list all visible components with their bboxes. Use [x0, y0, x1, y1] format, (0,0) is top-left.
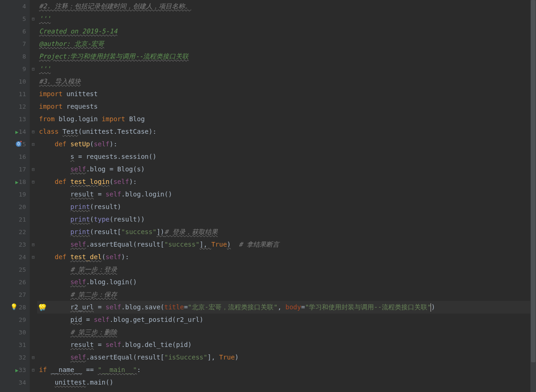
code-line[interactable]: print(result): [37, 201, 530, 213]
code-line[interactable]: from blog.login import Blog: [37, 113, 530, 125]
token: .blog.get_postid(r2_url): [110, 316, 203, 323]
code-line[interactable]: class Test(unittest.TestCase):: [37, 125, 530, 138]
token: (result)): [110, 216, 145, 223]
scrollbar-thumb[interactable]: [531, 0, 536, 362]
token: .blog.login(): [86, 278, 137, 286]
token: ],: [200, 241, 211, 248]
module: unittest: [66, 90, 98, 98]
override-method-icon[interactable]: O: [15, 141, 22, 147]
fold-toggle-icon[interactable]: ⊟: [31, 367, 36, 372]
code-line[interactable]: # 第二步：保存: [37, 288, 530, 301]
code-line[interactable]: print(result["success"])# 登录，获取结果: [37, 226, 530, 238]
variable: result: [70, 341, 94, 348]
token: .assertEqual(result[: [86, 353, 164, 361]
variable: pid: [70, 316, 82, 323]
token: ):: [129, 178, 137, 185]
fold-toggle-icon[interactable]: ⊟: [31, 66, 36, 72]
code-line[interactable]: result = self.blog.del_tie(pid): [37, 339, 530, 351]
code-line[interactable]: unittest.main(): [37, 376, 530, 389]
token: self: [113, 178, 129, 185]
code-line[interactable]: print(type(result)): [37, 213, 530, 226]
token: self: [105, 253, 121, 261]
token: type: [94, 216, 110, 223]
token: .assertEqual(result[: [86, 241, 164, 248]
fold-toggle-icon[interactable]: ⊟: [31, 142, 36, 147]
token: .main(): [86, 379, 113, 386]
token: ): [431, 303, 435, 311]
code-line[interactable]: self.blog = Blog(s): [37, 163, 530, 176]
code-line[interactable]: self.blog.login(): [37, 276, 530, 288]
intention-bulb-icon[interactable]: 💡: [10, 303, 18, 310]
vertical-scrollbar[interactable]: [530, 0, 536, 392]
string: "__main__": [98, 366, 137, 373]
token: .blog = Blog(s): [86, 165, 144, 173]
code-line[interactable]: #3. 导入模块: [37, 75, 530, 88]
keyword: def: [55, 178, 66, 185]
token: self: [70, 165, 86, 173]
fold-toggle-icon[interactable]: ⊟: [31, 242, 36, 247]
code-editor[interactable]: 4567891011121314151617181920212223242526…: [0, 0, 536, 392]
fold-toggle-icon[interactable]: ⊟: [31, 167, 36, 172]
token: self: [105, 190, 121, 198]
token: ):: [110, 140, 118, 148]
token: .blog.login(): [121, 190, 172, 198]
fold-toggle-icon[interactable]: ⊟: [31, 255, 36, 260]
intention-bulb-icon[interactable]: 💡: [40, 304, 47, 311]
code-line[interactable]: result = self.blog.login(): [37, 188, 530, 201]
run-test-icon[interactable]: ▶: [15, 179, 19, 185]
token: (result[: [90, 228, 121, 235]
token: unittest.TestCase: [82, 128, 149, 135]
docstring: Created on 2019-5-14: [39, 27, 118, 35]
variable: r2_url: [70, 303, 94, 311]
builtin: print: [70, 203, 90, 210]
comment: # 拿结果断言: [239, 241, 279, 248]
fold-toggle-icon[interactable]: ⊟: [31, 16, 36, 21]
fold-toggle-icon[interactable]: ⊟: [31, 179, 36, 184]
code-line[interactable]: @author: 北京-宏哥: [37, 38, 530, 50]
line-number-gutter: 4567891011121314151617181920212223242526…: [0, 0, 30, 392]
code-line[interactable]: def test_del(self):: [37, 251, 530, 263]
token: self: [70, 278, 86, 286]
keyword: import: [102, 115, 125, 123]
code-line[interactable]: pid = self.blog.get_postid(r2_url): [37, 314, 530, 326]
code-line[interactable]: # 第一步：登录: [37, 263, 530, 276]
run-test-icon[interactable]: ▶: [15, 129, 19, 135]
string: "success": [121, 228, 157, 235]
keyword: class: [39, 128, 59, 135]
code-line[interactable]: # 第三步：删除: [37, 326, 530, 339]
docstring: @author: 北京-宏哥: [39, 40, 104, 47]
token: :: [137, 366, 141, 373]
code-line[interactable]: import requests: [37, 100, 530, 113]
run-test-icon[interactable]: ▶: [15, 367, 19, 373]
code-line[interactable]: ''': [37, 63, 530, 75]
token: (: [90, 140, 94, 148]
code-line[interactable]: r2_url = self.blog.save(title="北京-宏哥，流程类…: [37, 301, 530, 314]
string: "success": [164, 241, 200, 248]
fold-toggle-icon[interactable]: ⊟: [31, 129, 36, 134]
token: ):: [121, 253, 129, 261]
code-line[interactable]: if __name__ == "__main__":: [37, 364, 530, 376]
code-line[interactable]: s = requests.session(): [37, 150, 530, 163]
code-line[interactable]: Project:学习和使用封装与调用--流程类接口关联: [37, 50, 530, 63]
fold-column[interactable]: ⊟⊟⊟⊟⊟⊟⊟⊟⊟⊟💡: [30, 0, 37, 392]
fold-toggle-icon[interactable]: ⊟: [31, 355, 36, 360]
keyword: import: [39, 90, 63, 98]
code-line[interactable]: import unittest: [37, 88, 530, 100]
keyword: def: [55, 140, 66, 148]
svg-text:O: O: [17, 142, 20, 146]
code-line[interactable]: def setUp(self):: [37, 138, 530, 150]
variable: result: [70, 190, 94, 198]
code-line[interactable]: self.assertEqual(result["success"], True…: [37, 238, 530, 251]
token: __name__: [51, 366, 82, 373]
code-line[interactable]: self.assertEqual(result["isSuccess"], Tr…: [37, 351, 530, 364]
code-line[interactable]: ''': [37, 13, 530, 25]
string: "isSuccess": [164, 353, 208, 361]
token: (: [90, 216, 94, 223]
token: ): [227, 241, 231, 248]
code-line[interactable]: def test_login(self):: [37, 176, 530, 188]
code-line[interactable]: Created on 2019-5-14: [37, 25, 530, 38]
module: requests: [66, 103, 98, 110]
code-line[interactable]: #2. 注释：包括记录创建时间，创建人，项目名称。: [37, 0, 530, 13]
builtin: print: [70, 228, 90, 235]
code-area[interactable]: 💡#2. 注释：包括记录创建时间，创建人，项目名称。'''Created on …: [37, 0, 530, 392]
